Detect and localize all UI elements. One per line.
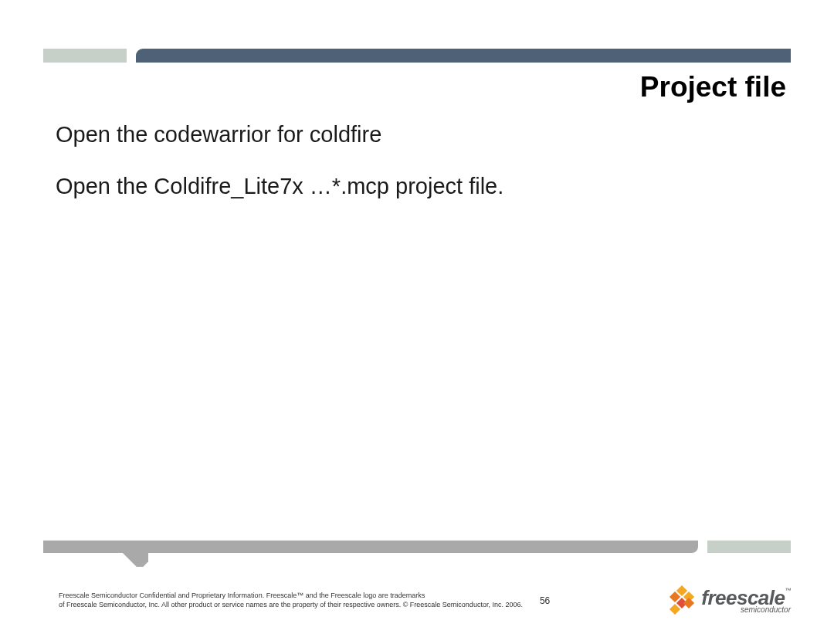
slide-title: Project file: [640, 71, 786, 103]
bottombar-notch: [120, 553, 148, 567]
freescale-logo-text: freescale™ semiconductor: [701, 588, 791, 614]
logo-subtitle: semiconductor: [701, 606, 791, 614]
freescale-logo-icon: [669, 587, 695, 615]
slide-content: Open the codewarrior for coldfire Open t…: [56, 122, 778, 225]
content-line-1: Open the codewarrior for coldfire: [56, 122, 778, 147]
bottom-bar: [43, 541, 791, 553]
legal-line-1: Freescale Semiconductor Confidential and…: [59, 591, 425, 599]
topbar-main-block: [136, 49, 791, 63]
footer: Freescale Semiconductor Confidential and…: [59, 587, 791, 615]
legal-line-2: of Freescale Semiconductor, Inc. All oth…: [59, 601, 523, 608]
page-number: 56: [540, 595, 550, 606]
legal-text: Freescale Semiconductor Confidential and…: [59, 591, 523, 609]
logo-tm: ™: [785, 587, 792, 594]
bottombar-gray-block: [43, 541, 698, 553]
freescale-logo: freescale™ semiconductor: [669, 587, 791, 615]
topbar-accent-block: [43, 49, 127, 63]
top-bar: [43, 49, 791, 63]
content-line-2: Open the Coldifre_Lite7x …*.mcp project …: [56, 174, 778, 199]
bottombar-accent-block: [707, 541, 791, 553]
